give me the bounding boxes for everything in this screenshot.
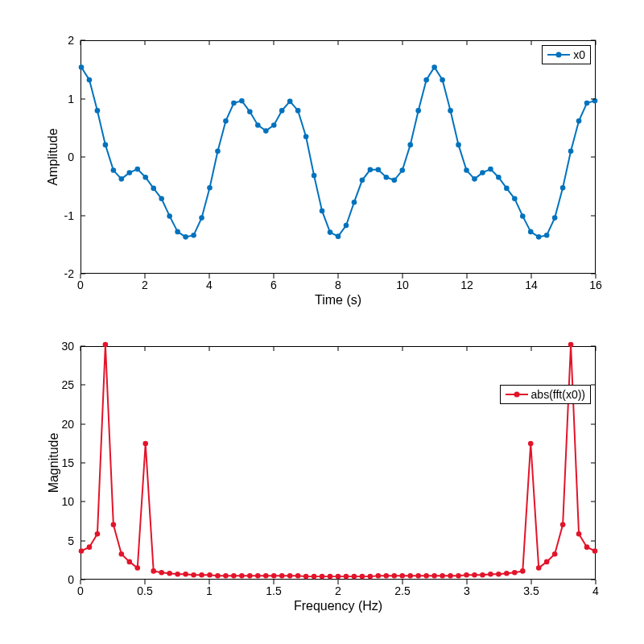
line-plot-top	[81, 41, 595, 273]
series-marker	[464, 167, 469, 173]
series-marker	[263, 573, 269, 579]
xtick-label: 6	[270, 279, 277, 291]
series-marker	[328, 574, 333, 580]
xlabel-top: Time (s)	[315, 293, 361, 308]
series-marker	[247, 109, 253, 115]
series-marker	[536, 565, 542, 571]
series-marker	[279, 573, 285, 579]
xtick-label: 2	[335, 584, 341, 597]
series-marker	[544, 233, 550, 238]
series-marker	[271, 122, 277, 128]
series-marker	[376, 167, 382, 173]
series-marker	[391, 178, 397, 184]
series-marker	[111, 167, 117, 173]
series-marker	[103, 142, 109, 148]
series-marker	[407, 573, 413, 579]
series-marker	[312, 173, 317, 179]
series-marker	[536, 234, 542, 240]
xtick-label: 3	[464, 584, 470, 597]
xtick-label: 10	[396, 279, 409, 291]
xtick-label: 3.5	[523, 584, 539, 597]
series-marker	[142, 441, 148, 447]
ytick-label: -2	[64, 267, 74, 280]
series-marker	[528, 229, 534, 235]
series-marker	[384, 573, 390, 579]
ytick-label: 30	[61, 340, 74, 353]
series-line	[81, 345, 595, 576]
ylabel-bottom: Magnitude	[47, 433, 61, 493]
series-marker	[399, 573, 405, 579]
ytick-label: 10	[61, 495, 74, 508]
series-marker	[303, 134, 309, 140]
series-marker	[231, 101, 237, 106]
ytick-label: 0	[68, 151, 74, 163]
series-marker	[271, 573, 277, 579]
series-marker	[584, 544, 590, 550]
series-marker	[295, 573, 301, 579]
series-marker	[320, 208, 325, 214]
series-marker	[431, 573, 437, 579]
series-marker	[480, 170, 485, 175]
series-marker	[528, 441, 534, 447]
series-marker	[560, 522, 566, 528]
series-marker	[95, 108, 101, 114]
series-marker	[239, 98, 245, 104]
line-plot-bottom	[81, 347, 595, 579]
series-marker	[512, 196, 518, 202]
series-marker	[584, 101, 590, 106]
series-marker	[303, 574, 309, 580]
series-marker	[312, 574, 317, 580]
series-marker	[231, 573, 237, 579]
series-marker	[407, 142, 413, 148]
series-marker	[576, 118, 582, 124]
series-marker	[496, 175, 502, 180]
ytick-label: 2	[68, 34, 74, 47]
series-marker	[328, 229, 333, 235]
figure: Amplitude Time (s) x0 0246810121416-2-10…	[0, 0, 644, 644]
series-marker	[151, 186, 156, 192]
series-marker	[127, 170, 133, 175]
xtick-label: 4	[206, 279, 213, 291]
xtick-label: 1.5	[266, 584, 281, 597]
ylabel-top: Amplitude	[46, 128, 60, 185]
series-marker	[183, 572, 188, 577]
series-marker	[223, 573, 229, 579]
series-marker	[191, 233, 196, 238]
series-marker	[255, 573, 261, 579]
series-marker	[464, 572, 469, 578]
series-marker	[512, 570, 518, 576]
series-marker	[360, 178, 365, 184]
series-marker	[496, 572, 502, 577]
xtick-label: 1	[206, 584, 213, 597]
series-marker	[247, 573, 253, 579]
xtick-label: 0	[77, 584, 84, 597]
series-marker	[151, 568, 156, 574]
legend-top: x0	[542, 45, 591, 64]
series-marker	[423, 77, 429, 83]
series-marker	[79, 64, 85, 70]
series-marker	[167, 571, 172, 576]
series-marker	[456, 573, 461, 579]
series-marker	[576, 531, 582, 537]
series-marker	[207, 572, 213, 578]
series-marker	[504, 186, 510, 192]
series-marker	[488, 572, 493, 577]
series-marker	[376, 573, 382, 579]
series-marker	[183, 234, 188, 240]
series-marker	[368, 574, 374, 580]
series-marker	[336, 233, 341, 239]
series-marker	[415, 573, 421, 579]
series-marker	[134, 565, 140, 571]
series-line	[81, 67, 595, 237]
series-marker	[552, 215, 558, 221]
xtick-label: 2	[142, 279, 148, 291]
xtick-label: 4	[592, 584, 599, 597]
series-marker	[504, 571, 510, 576]
series-marker	[215, 149, 221, 155]
series-marker	[255, 122, 261, 128]
xtick-label: 0	[77, 279, 84, 291]
series-marker	[287, 99, 293, 105]
series-marker	[87, 544, 93, 550]
series-marker	[472, 572, 477, 578]
series-marker	[520, 213, 526, 219]
